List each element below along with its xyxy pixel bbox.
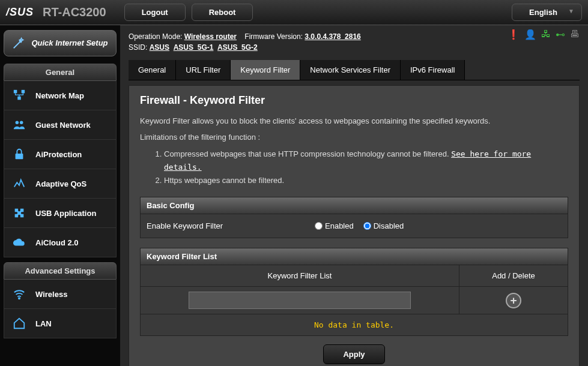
enabled-radio[interactable] (315, 222, 323, 230)
svg-rect-5 (16, 154, 23, 159)
basic-config-header: Basic Config (140, 197, 568, 214)
guest-network-icon (11, 118, 27, 131)
general-section-header: General (4, 64, 117, 81)
disabled-radio[interactable] (363, 222, 371, 230)
svg-point-3 (16, 121, 19, 125)
model-name: RT-AC3200 (43, 5, 106, 19)
panel-description: Keyword Filter allows you to block the c… (140, 116, 568, 125)
notification-icon[interactable]: ❗ (508, 29, 520, 40)
sidebar-item-wireless[interactable]: Wireless (4, 280, 117, 309)
cloud-icon (11, 236, 27, 249)
limitations-label: Limitations of the filtering function : (140, 133, 568, 142)
svg-point-6 (19, 298, 20, 299)
sidebar-item-label: USB Application (35, 209, 96, 218)
enable-keyword-filter-row: Enable Keyword Filter Enabled Disabled (140, 214, 568, 238)
keyword-input-row: + (140, 287, 568, 314)
ssid-link[interactable]: ASUS (150, 43, 169, 52)
sidebar-item-aiprotection[interactable]: AiProtection (4, 140, 117, 169)
fw-version-link[interactable]: 3.0.0.4.378_2816 (305, 32, 360, 41)
tab-network-services-filter[interactable]: Network Services Filter (300, 60, 401, 80)
clients-icon[interactable]: 👤 (524, 29, 536, 40)
sidebar-item-lan[interactable]: LAN (4, 309, 117, 338)
network-map-icon (11, 89, 27, 102)
sidebar-item-guest-network[interactable]: Guest Network (4, 110, 117, 140)
tab-ipv6-firewall[interactable]: IPv6 Firewall (401, 60, 465, 80)
printer-icon[interactable]: 🖶 (570, 29, 580, 40)
wand-icon (12, 37, 25, 50)
puzzle-icon (11, 206, 27, 220)
quick-internet-setup-button[interactable]: Quick Internet Setup (4, 30, 117, 56)
sidebar-item-usb-application[interactable]: USB Application (4, 199, 117, 228)
svg-rect-2 (17, 97, 21, 100)
internet-icon[interactable]: 🖧 (541, 29, 551, 40)
language-select[interactable]: English (512, 4, 582, 21)
tabs: General URL Filter Keyword Filter Networ… (129, 60, 580, 80)
sidebar-item-adaptive-qos[interactable]: Adaptive QoS (4, 169, 117, 199)
sidebar-item-label: LAN (35, 319, 52, 328)
sidebar-item-label: AiProtection (35, 150, 82, 159)
keyword-filter-list-header: Keyword Filter List (140, 248, 568, 265)
enable-label: Enable Keyword Filter (147, 221, 315, 230)
tab-url-filter[interactable]: URL Filter (176, 60, 231, 80)
main-content: ❗ 👤 🖧 ⊷ 🖶 Operation Mode: Wireless route… (120, 25, 588, 366)
qis-label: Quick Internet Setup (31, 38, 108, 49)
brand-logo: /SUS (6, 6, 34, 19)
ssid-link[interactable]: ASUS_5G-1 (174, 43, 214, 52)
add-keyword-button[interactable]: + (506, 293, 521, 308)
enabled-radio-label[interactable]: Enabled (315, 221, 354, 230)
tab-keyword-filter[interactable]: Keyword Filter (231, 60, 300, 80)
status-icons: ❗ 👤 🖧 ⊷ 🖶 (508, 29, 580, 40)
svg-rect-1 (22, 90, 25, 94)
reboot-button[interactable]: Reboot (192, 4, 253, 21)
usb-icon[interactable]: ⊷ (556, 29, 565, 40)
no-data-message: No data in table. (140, 314, 568, 336)
sidebar-item-aicloud[interactable]: AiCloud 2.0 (4, 228, 117, 257)
sidebar-item-label: Wireless (35, 290, 67, 299)
ssid-link[interactable]: ASUS_5G-2 (217, 43, 258, 52)
sidebar-item-network-map[interactable]: Network Map (4, 81, 117, 110)
col-action: Add / Delete (459, 265, 568, 286)
home-icon (11, 317, 27, 330)
keyword-input[interactable] (189, 292, 411, 309)
panel-title: Firewall - Keyword Filter (140, 94, 568, 107)
info-ssid: SSID: ASUS ASUS_5G-1 ASUS_5G-2 (129, 43, 580, 52)
logout-button[interactable]: Logout (124, 4, 186, 21)
sidebar-item-label: Guest Network (35, 121, 91, 130)
qos-icon (11, 177, 27, 190)
svg-point-4 (20, 121, 23, 125)
col-keyword: Keyword Filter List (141, 265, 459, 286)
table-header: Keyword Filter List Add / Delete (140, 265, 568, 287)
lock-icon (11, 148, 27, 161)
sidebar-item-label: Adaptive QoS (35, 179, 86, 188)
op-mode-link[interactable]: Wireless router (184, 32, 237, 41)
content-panel: Firewall - Keyword Filter Keyword Filter… (129, 85, 580, 366)
sidebar-item-label: AiCloud 2.0 (35, 238, 79, 247)
tab-general[interactable]: General (129, 60, 176, 80)
apply-button[interactable]: Apply (323, 344, 384, 364)
wifi-icon (11, 287, 27, 301)
svg-rect-0 (14, 90, 17, 94)
limitations-list: Compressed webpages that use HTTP compre… (164, 148, 568, 187)
sidebar-item-label: Network Map (35, 91, 84, 100)
disabled-radio-label[interactable]: Disabled (363, 221, 404, 230)
advanced-section-header: Advanced Settings (4, 262, 117, 280)
sidebar: Quick Internet Setup General Network Map… (0, 25, 120, 366)
